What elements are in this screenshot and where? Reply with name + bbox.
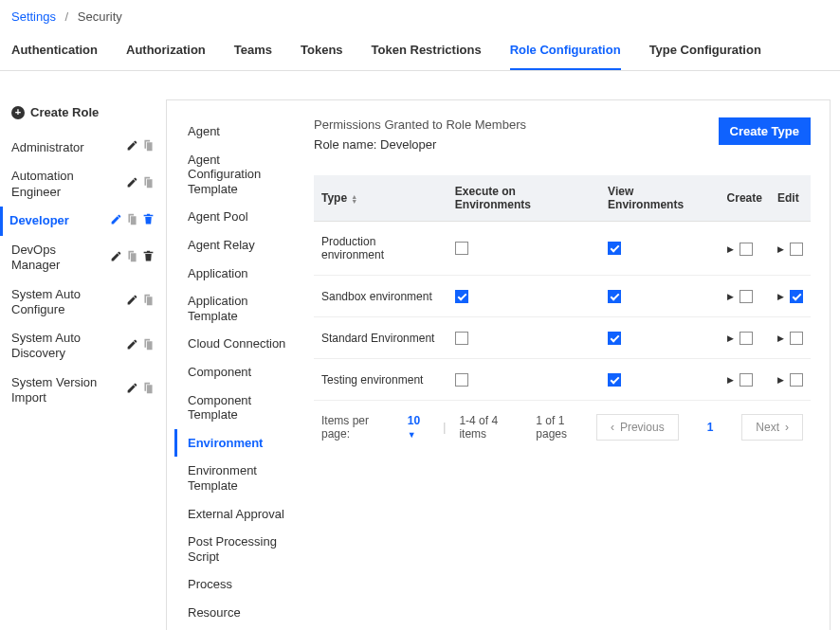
breadcrumb-current: Security: [78, 9, 122, 24]
role-item-devops-manager[interactable]: DevOps Manager: [9, 236, 156, 280]
expand-icon[interactable]: ▶: [777, 333, 784, 343]
checkbox[interactable]: [740, 373, 753, 387]
tab-type-configuration[interactable]: Type Configuration: [649, 33, 761, 70]
checkbox[interactable]: [790, 290, 803, 303]
items-per-page-select[interactable]: 10 ▼: [408, 414, 430, 441]
breadcrumb-settings[interactable]: Settings: [11, 9, 56, 24]
create-role-label: Create Role: [30, 105, 99, 119]
breadcrumb-separator: /: [60, 9, 75, 24]
edit-icon[interactable]: [126, 176, 138, 192]
type-item-agent-configuration-template[interactable]: Agent Configuration Template: [184, 146, 297, 204]
table-row: Testing environment▶▶: [314, 359, 811, 401]
edit-icon[interactable]: [126, 139, 138, 155]
next-page-button[interactable]: Next ›: [741, 414, 803, 441]
tab-teams[interactable]: Teams: [234, 33, 272, 70]
type-item-component[interactable]: Component: [184, 358, 297, 387]
edit-icon[interactable]: [126, 382, 138, 398]
tab-token-restrictions[interactable]: Token Restrictions: [372, 33, 482, 70]
type-item-post-processing-script[interactable]: Post Processing Script: [184, 528, 297, 570]
checkbox[interactable]: [740, 290, 753, 303]
column-create[interactable]: Create: [720, 175, 770, 222]
checkbox[interactable]: [790, 332, 803, 345]
delete-icon[interactable]: [142, 213, 155, 229]
table-row: Sandbox environment▶▶: [314, 276, 811, 317]
role-item-developer[interactable]: Developer: [0, 207, 156, 236]
tab-tokens[interactable]: Tokens: [301, 33, 343, 70]
edit-icon[interactable]: [126, 338, 138, 354]
checkbox[interactable]: [455, 290, 468, 303]
column-edit[interactable]: Edit: [770, 175, 811, 222]
checkbox[interactable]: [608, 332, 621, 345]
caret-down-icon: ▼: [408, 430, 416, 440]
type-item-resource-template[interactable]: Resource Template: [184, 626, 297, 630]
checkbox[interactable]: [608, 290, 621, 303]
edit-icon[interactable]: [110, 250, 122, 266]
expand-icon[interactable]: ▶: [727, 375, 734, 385]
copy-icon[interactable]: [142, 294, 155, 310]
checkbox[interactable]: [740, 332, 753, 345]
breadcrumb: Settings / Security: [0, 0, 840, 33]
role-item-system-auto-discovery[interactable]: System Auto Discovery: [9, 324, 156, 369]
column-type[interactable]: Type▲▼: [314, 175, 447, 222]
column-execute-on-environments[interactable]: Execute on Environments: [447, 175, 600, 222]
create-type-button[interactable]: Create Type: [719, 117, 811, 145]
items-per-page-label: Items per page:: [321, 414, 394, 441]
table-row: Standard Environment▶▶: [314, 317, 811, 359]
expand-icon[interactable]: ▶: [727, 244, 734, 254]
expand-icon[interactable]: ▶: [777, 244, 784, 254]
type-item-resource[interactable]: Resource: [184, 599, 297, 627]
edit-icon[interactable]: [126, 294, 138, 310]
checkbox[interactable]: [455, 332, 468, 345]
checkbox[interactable]: [608, 242, 621, 255]
type-cell: Sandbox environment: [314, 276, 447, 317]
checkbox[interactable]: [790, 243, 803, 256]
tab-role-configuration[interactable]: Role Configuration: [510, 33, 621, 70]
create-role-button[interactable]: + Create Role: [9, 99, 156, 133]
type-item-agent-relay[interactable]: Agent Relay: [184, 231, 297, 260]
expand-icon[interactable]: ▶: [727, 333, 734, 343]
copy-icon[interactable]: [142, 338, 155, 354]
checkbox[interactable]: [740, 243, 753, 256]
role-item-system-auto-configure[interactable]: System Auto Configure: [9, 280, 156, 325]
copy-icon[interactable]: [142, 139, 155, 155]
type-item-component-template[interactable]: Component Template: [184, 387, 297, 429]
type-item-cloud-connection[interactable]: Cloud Connection: [184, 330, 297, 358]
expand-icon[interactable]: ▶: [777, 292, 784, 301]
checkbox[interactable]: [455, 373, 468, 387]
column-view-environments[interactable]: View Environments: [600, 175, 720, 222]
edit-icon[interactable]: [110, 213, 122, 229]
chevron-left-icon: ‹: [611, 421, 614, 434]
delete-icon[interactable]: [142, 250, 155, 266]
type-cell: Standard Environment: [314, 317, 447, 359]
permissions-table: Type▲▼Execute on EnvironmentsView Enviro…: [314, 175, 811, 401]
copy-icon[interactable]: [126, 213, 138, 229]
pagination: Items per page: 10 ▼ | 1-4 of 4 items 1 …: [314, 401, 811, 444]
type-cell: Production environment: [314, 222, 447, 276]
checkbox[interactable]: [608, 373, 621, 387]
roles-sidebar: + Create Role AdministratorAutomation En…: [0, 99, 166, 630]
tab-authorization[interactable]: Authorization: [126, 33, 206, 70]
tab-authentication[interactable]: Authentication: [11, 33, 98, 70]
checkbox[interactable]: [790, 373, 803, 387]
type-item-agent-pool[interactable]: Agent Pool: [184, 203, 297, 231]
role-item-automation-engineer[interactable]: Automation Engineer: [9, 162, 156, 207]
type-item-external-approval[interactable]: External Approval: [184, 500, 297, 529]
role-item-system-version-import[interactable]: System Version Import: [9, 369, 156, 413]
type-item-environment[interactable]: Environment: [174, 429, 297, 458]
role-item-administrator[interactable]: Administrator: [9, 133, 156, 162]
expand-icon[interactable]: ▶: [727, 292, 734, 301]
copy-icon[interactable]: [126, 250, 138, 266]
type-item-agent[interactable]: Agent: [184, 117, 297, 146]
type-item-environment-template[interactable]: Environment Template: [184, 457, 297, 499]
pages-count: 1 of 1 pages: [536, 414, 575, 441]
plus-icon: +: [11, 106, 25, 119]
type-item-application[interactable]: Application: [184, 260, 297, 288]
checkbox[interactable]: [455, 242, 468, 255]
type-cell: Testing environment: [314, 359, 447, 401]
type-item-process[interactable]: Process: [184, 570, 297, 599]
copy-icon[interactable]: [142, 176, 155, 192]
previous-page-button[interactable]: ‹ Previous: [596, 414, 679, 441]
copy-icon[interactable]: [142, 382, 155, 398]
type-item-application-template[interactable]: Application Template: [184, 287, 297, 330]
expand-icon[interactable]: ▶: [777, 375, 784, 385]
